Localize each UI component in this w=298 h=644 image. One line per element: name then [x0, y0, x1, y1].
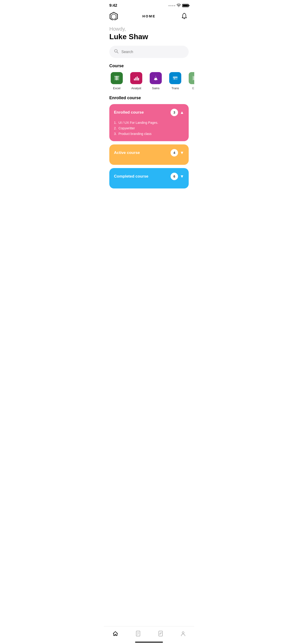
- svg-point-0: [178, 6, 179, 7]
- enrolled-course-list: 1. UI / UX For Landing Pages. 2. Copywri…: [114, 120, 184, 136]
- enrolled-section: Enrolled course Enrolled course 3 ▲ 1. U…: [104, 96, 194, 188]
- course-label-excel: Excel: [113, 86, 120, 90]
- active-card-title: Active course: [114, 150, 140, 155]
- enrolled-card-header: Enrolled course 3 ▲: [114, 109, 184, 116]
- app-logo: [109, 12, 118, 20]
- completed-card-title: Completed course: [114, 174, 148, 179]
- course-icon-excel: [111, 72, 123, 84]
- course-icon-sains: [150, 72, 162, 84]
- course-section-title: Course: [104, 64, 194, 72]
- svg-rect-10: [114, 76, 119, 77]
- active-card-header: Active course 4 ▼: [114, 149, 184, 156]
- status-bar: 9:42: [104, 0, 194, 10]
- search-input[interactable]: [121, 50, 184, 54]
- course-item-excel[interactable]: Excel: [109, 72, 124, 90]
- enrolled-section-title: Enrolled course: [109, 96, 189, 100]
- enrolled-card-meta: 3 ▲: [171, 109, 184, 116]
- completed-count-badge: 6: [171, 173, 178, 180]
- enrolled-count-badge: 3: [171, 109, 178, 116]
- svg-rect-14: [138, 78, 139, 80]
- battery-icon: [182, 4, 189, 7]
- course-label-trans: Trans: [171, 86, 179, 90]
- wifi-icon: [177, 4, 181, 8]
- signal-icon: [168, 5, 175, 6]
- course-section: Course Excel: [104, 64, 194, 96]
- active-course-card[interactable]: Active course 4 ▼: [109, 144, 189, 165]
- status-icons: [168, 4, 189, 8]
- list-item: 2. Copywritter: [114, 126, 184, 131]
- course-icon-exc2: [189, 72, 194, 84]
- completed-course-card[interactable]: Completed course 6 ▼: [109, 168, 189, 188]
- search-bar[interactable]: [109, 46, 189, 58]
- course-label-sains: Sains: [152, 86, 160, 90]
- search-section: [104, 46, 194, 64]
- svg-rect-16: [155, 80, 156, 80]
- course-item-trans[interactable]: T Trans: [168, 72, 183, 90]
- svg-rect-13: [137, 76, 138, 80]
- course-icon-trans: T: [169, 72, 181, 84]
- list-item: 1. UI / UX For Landing Pages.: [114, 120, 184, 126]
- svg-rect-19: [173, 76, 178, 78]
- svg-marker-2: [111, 14, 116, 20]
- completed-chevron-icon: ▼: [180, 174, 184, 179]
- enrolled-card-title: Enrolled course: [114, 110, 144, 115]
- greeting-howdy: Howdy,: [109, 26, 189, 32]
- svg-rect-12: [135, 78, 136, 80]
- course-label-exc2: Exc: [192, 86, 194, 90]
- search-icon: [114, 49, 119, 55]
- svg-marker-1: [110, 12, 117, 20]
- svg-text:T: T: [174, 78, 175, 80]
- course-item-exc2[interactable]: Exc: [187, 72, 194, 90]
- greeting-name: Luke Shaw: [109, 32, 189, 41]
- svg-point-15: [155, 76, 156, 78]
- active-count-badge: 4: [171, 149, 178, 156]
- course-item-sains[interactable]: Sains: [148, 72, 163, 90]
- course-list: Excel Analyst S: [104, 72, 194, 96]
- greeting-section: Howdy, Luke Shaw: [104, 24, 194, 46]
- course-icon-analyst: [130, 72, 142, 84]
- svg-rect-11: [134, 78, 135, 80]
- enrolled-course-card[interactable]: Enrolled course 3 ▲ 1. UI / UX For Landi…: [109, 104, 189, 141]
- course-item-analyst[interactable]: Analyst: [129, 72, 144, 90]
- list-item: 3. Product branding class: [114, 131, 184, 136]
- nav-title: HOME: [143, 14, 156, 18]
- top-nav: HOME: [104, 10, 194, 24]
- svg-line-4: [117, 52, 118, 53]
- course-label-analyst: Analyst: [131, 86, 141, 90]
- enrolled-chevron-icon: ▲: [180, 110, 184, 115]
- completed-card-header: Completed course 6 ▼: [114, 173, 184, 180]
- active-card-meta: 4 ▼: [171, 149, 184, 156]
- completed-card-meta: 6 ▼: [171, 173, 184, 180]
- notification-bell-icon[interactable]: [180, 12, 189, 20]
- status-time: 9:42: [109, 3, 117, 8]
- active-chevron-icon: ▼: [180, 150, 184, 155]
